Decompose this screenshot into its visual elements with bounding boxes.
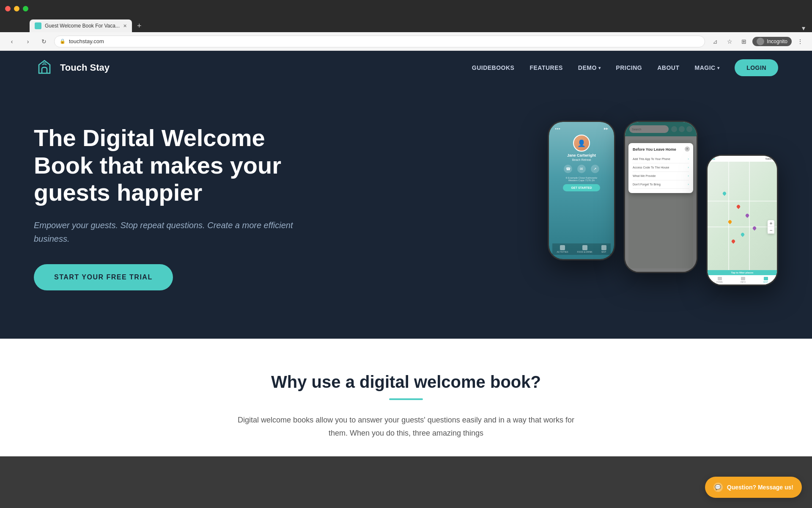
phone-nav-activities: ACTIVITIES: [557, 245, 568, 253]
menu-dots-icon[interactable]: ⋮: [794, 36, 806, 47]
phone-modal-arrow-3: ›: [688, 174, 689, 178]
map-nav-info: INFO: [741, 277, 746, 283]
phone-left-icon-1: ☎: [564, 165, 572, 173]
section-title: Why use a digital welcome book?: [85, 373, 727, 392]
bookmark-star-icon[interactable]: ☆: [724, 36, 735, 47]
active-tab[interactable]: Guest Welcome Book For Vaca... ✕: [30, 19, 132, 32]
phone-mockup-center: Search: [624, 121, 698, 273]
phone-modal-item-1: Add This App To Your Phone ›: [633, 155, 689, 163]
map-nav-map: MAP: [763, 277, 768, 283]
phone-left-cta: GET STARTED: [563, 184, 601, 191]
phone-nav-activities-label: ACTIVITIES: [557, 251, 568, 253]
map-map-icon: [764, 277, 768, 280]
map-home-icon: [718, 277, 722, 280]
website-content: Touch Stay GUIDEBOOKS FEATURES DEMO ▾ PR…: [0, 51, 812, 456]
phone-left-property: Beach Retreat: [572, 158, 591, 161]
browser-window: Guest Welcome Book For Vaca... ✕ + ▾ ‹ ›…: [0, 0, 812, 508]
incognito-icon: [757, 38, 764, 45]
phone-nav-food-icon: [582, 245, 587, 250]
map-info-label: INFO: [741, 281, 746, 283]
address-bar[interactable]: 🔒 touchstay.com: [54, 36, 705, 47]
section-text: Digital welcome books allow you to answe…: [237, 414, 575, 439]
phone-left-avatar: 👤: [573, 135, 590, 152]
refresh-button[interactable]: ↻: [38, 36, 50, 47]
map-pin-6: [731, 239, 736, 243]
phone-left-screen: ●●● ▶▶ 👤 Jane Cartwright Beach Retreat ☎…: [549, 122, 614, 259]
section-title-underline: [389, 398, 423, 400]
phone-modal-item-3: What We Provide ›: [633, 172, 689, 180]
map-road-h2: [708, 226, 777, 227]
nav-guidebooks[interactable]: GUIDEBOOKS: [472, 64, 515, 71]
tab-title: Guest Welcome Book For Vaca...: [45, 23, 120, 29]
nav-magic-label: MAGIC: [694, 64, 715, 71]
phone-mockups-group: ●●● ▶▶ 👤 Jane Cartwright Beach Retreat ☎…: [548, 121, 778, 294]
maximize-window-button[interactable]: [23, 6, 28, 11]
nav-demo-label: DEMO: [578, 64, 597, 71]
tab-favicon: [35, 22, 41, 29]
map-pin-1: [722, 191, 727, 196]
hero-section: The Digital Welcome Book that makes your…: [0, 85, 812, 339]
start-trial-button[interactable]: START YOUR FREE TRIAL: [34, 264, 173, 290]
nav-demo-dropdown[interactable]: DEMO ▾: [578, 64, 601, 71]
map-map-label: MAP: [763, 281, 768, 283]
map-filter-bar: Tap to filter places: [708, 270, 777, 275]
map-road-v2: [749, 156, 750, 284]
map-info-icon: [741, 277, 745, 280]
cast-icon[interactable]: ⊿: [709, 36, 721, 47]
logo-icon: [34, 57, 55, 78]
nav-features[interactable]: FEATURES: [529, 64, 562, 71]
phone-nav-food: FOOD & DRINK: [577, 245, 593, 253]
map-tab-satellite: Satellite: [765, 157, 774, 160]
close-window-button[interactable]: [5, 6, 11, 11]
tab-strip-menu[interactable]: ▾: [802, 24, 805, 32]
map-zoom-controls: + −: [768, 220, 774, 234]
map-zoom-out-button[interactable]: −: [768, 227, 774, 234]
nav-about[interactable]: ABOUT: [657, 64, 679, 71]
phone-left-icon-2: ✉: [577, 165, 586, 173]
phone-modal-item-4: Don't Forget To Bring ›: [633, 180, 689, 189]
new-tab-button[interactable]: +: [132, 19, 147, 32]
phone-nav-map: MAP: [601, 245, 606, 253]
logo-text: Touch Stay: [60, 62, 110, 73]
phone-modal-arrow-2: ›: [688, 166, 689, 169]
lock-icon: 🔒: [60, 39, 66, 44]
phone-mockup-right: Map Satellite: [706, 155, 778, 286]
map-header: Map Satellite: [708, 156, 777, 162]
chat-widget-label: Question? Message us!: [727, 484, 793, 491]
map-pin-2: [736, 204, 741, 209]
forward-button[interactable]: ›: [22, 36, 34, 47]
phone-left-icon-3: ↗: [591, 165, 599, 173]
phone-left-name: Jane Cartwright: [567, 153, 596, 157]
nav-pricing[interactable]: PRICING: [616, 64, 642, 71]
nav-magic-dropdown[interactable]: MAGIC ▾: [694, 64, 719, 71]
chat-widget[interactable]: 💬 Question? Message us!: [705, 477, 802, 498]
browser-puzzle-icon[interactable]: ⊞: [738, 36, 750, 47]
phone-left-icons-row: ☎ ✉ ↗: [564, 165, 599, 173]
phone-modal-arrow-4: ›: [688, 182, 689, 186]
login-button[interactable]: LOGIN: [735, 59, 778, 76]
tab-close-button[interactable]: ✕: [123, 23, 127, 29]
map-zoom-in-button[interactable]: +: [768, 220, 774, 227]
phone-nav-activities-icon: [560, 245, 565, 250]
nav-links: GUIDEBOOKS FEATURES DEMO ▾ PRICING ABOUT…: [472, 59, 778, 76]
phone-modal-title: Before You Leave Home: [633, 147, 689, 152]
map-tab-map: Map: [710, 157, 715, 160]
phone-modal-close-icon: ✕: [685, 146, 690, 152]
incognito-label: Incognito: [767, 39, 787, 44]
back-button[interactable]: ‹: [6, 36, 18, 47]
url-text: touchstay.com: [69, 38, 104, 44]
white-section: Why use a digital welcome book? Digital …: [0, 339, 812, 456]
main-nav: Touch Stay GUIDEBOOKS FEATURES DEMO ▾ PR…: [0, 51, 812, 85]
phone-nav-food-label: FOOD & DRINK: [577, 251, 593, 253]
browser-titlebar: [0, 0, 812, 17]
map-home-label: HOME: [716, 281, 723, 283]
toolbar-icons: ⊿ ☆ ⊞ Incognito ⋮: [709, 36, 806, 47]
minimize-window-button[interactable]: [14, 6, 19, 11]
hero-title: The Digital Welcome Book that makes your…: [34, 124, 296, 206]
map-bottom-nav: HOME INFO MAP: [708, 275, 777, 284]
map-nav-home: HOME: [716, 277, 723, 283]
chat-icon: 💬: [713, 483, 723, 492]
map-pin-5: [740, 232, 745, 237]
browser-tabs-bar: Guest Welcome Book For Vaca... ✕ + ▾: [0, 17, 812, 32]
logo-link[interactable]: Touch Stay: [34, 57, 110, 78]
